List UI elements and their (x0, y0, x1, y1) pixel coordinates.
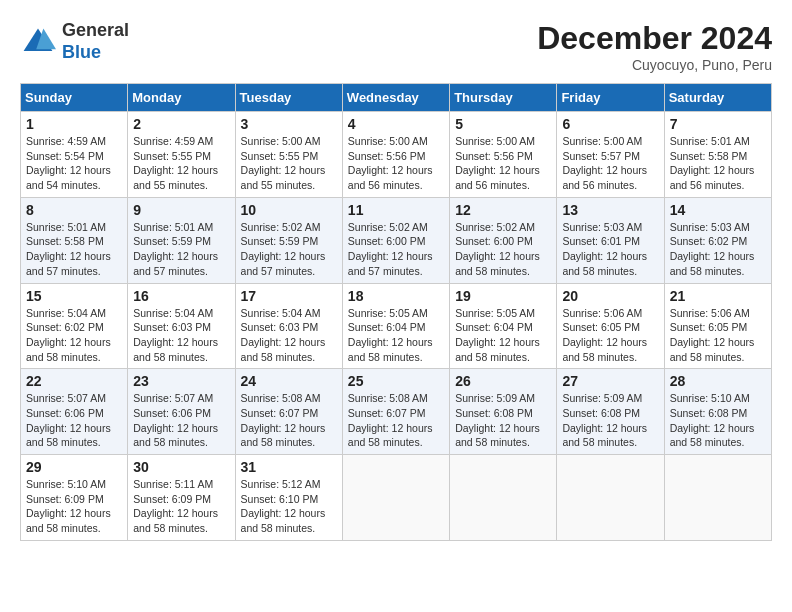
day-number: 6 (562, 116, 658, 132)
calendar-week-row: 15Sunrise: 5:04 AMSunset: 6:02 PMDayligh… (21, 283, 772, 369)
day-number: 16 (133, 288, 229, 304)
day-number: 5 (455, 116, 551, 132)
calendar-cell: 5Sunrise: 5:00 AMSunset: 5:56 PMDaylight… (450, 112, 557, 198)
calendar-cell: 10Sunrise: 5:02 AMSunset: 5:59 PMDayligh… (235, 197, 342, 283)
page-header: General Blue December 2024 Cuyocuyo, Pun… (20, 20, 772, 73)
day-info: Sunrise: 5:01 AMSunset: 5:59 PMDaylight:… (133, 220, 229, 279)
day-info: Sunrise: 5:03 AMSunset: 6:01 PMDaylight:… (562, 220, 658, 279)
day-header-thursday: Thursday (450, 84, 557, 112)
day-number: 13 (562, 202, 658, 218)
day-info: Sunrise: 5:01 AMSunset: 5:58 PMDaylight:… (670, 134, 766, 193)
day-number: 17 (241, 288, 337, 304)
day-number: 18 (348, 288, 444, 304)
day-info: Sunrise: 5:04 AMSunset: 6:03 PMDaylight:… (241, 306, 337, 365)
calendar-cell: 20Sunrise: 5:06 AMSunset: 6:05 PMDayligh… (557, 283, 664, 369)
day-info: Sunrise: 5:10 AMSunset: 6:09 PMDaylight:… (26, 477, 122, 536)
logo-general: General (62, 20, 129, 42)
day-number: 12 (455, 202, 551, 218)
day-number: 8 (26, 202, 122, 218)
day-info: Sunrise: 5:03 AMSunset: 6:02 PMDaylight:… (670, 220, 766, 279)
calendar-cell: 9Sunrise: 5:01 AMSunset: 5:59 PMDaylight… (128, 197, 235, 283)
day-header-monday: Monday (128, 84, 235, 112)
day-info: Sunrise: 5:10 AMSunset: 6:08 PMDaylight:… (670, 391, 766, 450)
day-number: 7 (670, 116, 766, 132)
day-info: Sunrise: 5:04 AMSunset: 6:02 PMDaylight:… (26, 306, 122, 365)
logo-blue: Blue (62, 42, 129, 64)
calendar-cell: 6Sunrise: 5:00 AMSunset: 5:57 PMDaylight… (557, 112, 664, 198)
day-number: 19 (455, 288, 551, 304)
day-number: 23 (133, 373, 229, 389)
calendar-cell: 25Sunrise: 5:08 AMSunset: 6:07 PMDayligh… (342, 369, 449, 455)
day-info: Sunrise: 5:00 AMSunset: 5:56 PMDaylight:… (455, 134, 551, 193)
day-number: 15 (26, 288, 122, 304)
calendar-cell: 14Sunrise: 5:03 AMSunset: 6:02 PMDayligh… (664, 197, 771, 283)
day-info: Sunrise: 5:05 AMSunset: 6:04 PMDaylight:… (348, 306, 444, 365)
day-number: 22 (26, 373, 122, 389)
calendar-cell: 22Sunrise: 5:07 AMSunset: 6:06 PMDayligh… (21, 369, 128, 455)
logo: General Blue (20, 20, 129, 63)
calendar-cell (557, 455, 664, 541)
day-header-saturday: Saturday (664, 84, 771, 112)
calendar-cell: 2Sunrise: 4:59 AMSunset: 5:55 PMDaylight… (128, 112, 235, 198)
calendar-week-row: 22Sunrise: 5:07 AMSunset: 6:06 PMDayligh… (21, 369, 772, 455)
day-number: 24 (241, 373, 337, 389)
calendar-cell: 16Sunrise: 5:04 AMSunset: 6:03 PMDayligh… (128, 283, 235, 369)
calendar-cell: 19Sunrise: 5:05 AMSunset: 6:04 PMDayligh… (450, 283, 557, 369)
location-subtitle: Cuyocuyo, Puno, Peru (537, 57, 772, 73)
calendar-header-row: SundayMondayTuesdayWednesdayThursdayFrid… (21, 84, 772, 112)
day-info: Sunrise: 5:11 AMSunset: 6:09 PMDaylight:… (133, 477, 229, 536)
calendar-week-row: 29Sunrise: 5:10 AMSunset: 6:09 PMDayligh… (21, 455, 772, 541)
day-info: Sunrise: 5:08 AMSunset: 6:07 PMDaylight:… (241, 391, 337, 450)
logo-text: General Blue (62, 20, 129, 63)
day-number: 29 (26, 459, 122, 475)
day-info: Sunrise: 5:00 AMSunset: 5:56 PMDaylight:… (348, 134, 444, 193)
day-number: 9 (133, 202, 229, 218)
calendar-cell (342, 455, 449, 541)
calendar-cell: 3Sunrise: 5:00 AMSunset: 5:55 PMDaylight… (235, 112, 342, 198)
calendar-cell: 30Sunrise: 5:11 AMSunset: 6:09 PMDayligh… (128, 455, 235, 541)
day-info: Sunrise: 5:05 AMSunset: 6:04 PMDaylight:… (455, 306, 551, 365)
day-info: Sunrise: 5:06 AMSunset: 6:05 PMDaylight:… (562, 306, 658, 365)
day-header-tuesday: Tuesday (235, 84, 342, 112)
day-number: 28 (670, 373, 766, 389)
calendar-cell: 21Sunrise: 5:06 AMSunset: 6:05 PMDayligh… (664, 283, 771, 369)
calendar-cell (450, 455, 557, 541)
calendar-cell (664, 455, 771, 541)
day-number: 26 (455, 373, 551, 389)
title-block: December 2024 Cuyocuyo, Puno, Peru (537, 20, 772, 73)
calendar-cell: 28Sunrise: 5:10 AMSunset: 6:08 PMDayligh… (664, 369, 771, 455)
calendar-cell: 17Sunrise: 5:04 AMSunset: 6:03 PMDayligh… (235, 283, 342, 369)
calendar-cell: 26Sunrise: 5:09 AMSunset: 6:08 PMDayligh… (450, 369, 557, 455)
day-header-friday: Friday (557, 84, 664, 112)
day-info: Sunrise: 5:02 AMSunset: 6:00 PMDaylight:… (455, 220, 551, 279)
calendar-cell: 29Sunrise: 5:10 AMSunset: 6:09 PMDayligh… (21, 455, 128, 541)
day-info: Sunrise: 5:01 AMSunset: 5:58 PMDaylight:… (26, 220, 122, 279)
day-info: Sunrise: 5:12 AMSunset: 6:10 PMDaylight:… (241, 477, 337, 536)
day-info: Sunrise: 5:06 AMSunset: 6:05 PMDaylight:… (670, 306, 766, 365)
day-number: 21 (670, 288, 766, 304)
day-info: Sunrise: 5:00 AMSunset: 5:55 PMDaylight:… (241, 134, 337, 193)
calendar-cell: 31Sunrise: 5:12 AMSunset: 6:10 PMDayligh… (235, 455, 342, 541)
calendar-cell: 8Sunrise: 5:01 AMSunset: 5:58 PMDaylight… (21, 197, 128, 283)
calendar-cell: 4Sunrise: 5:00 AMSunset: 5:56 PMDaylight… (342, 112, 449, 198)
calendar-cell: 12Sunrise: 5:02 AMSunset: 6:00 PMDayligh… (450, 197, 557, 283)
day-info: Sunrise: 5:08 AMSunset: 6:07 PMDaylight:… (348, 391, 444, 450)
day-number: 2 (133, 116, 229, 132)
month-title: December 2024 (537, 20, 772, 57)
day-info: Sunrise: 5:02 AMSunset: 5:59 PMDaylight:… (241, 220, 337, 279)
calendar-cell: 24Sunrise: 5:08 AMSunset: 6:07 PMDayligh… (235, 369, 342, 455)
day-number: 20 (562, 288, 658, 304)
day-number: 31 (241, 459, 337, 475)
calendar-week-row: 8Sunrise: 5:01 AMSunset: 5:58 PMDaylight… (21, 197, 772, 283)
calendar-cell: 11Sunrise: 5:02 AMSunset: 6:00 PMDayligh… (342, 197, 449, 283)
day-number: 10 (241, 202, 337, 218)
logo-icon (20, 24, 56, 60)
day-info: Sunrise: 4:59 AMSunset: 5:54 PMDaylight:… (26, 134, 122, 193)
day-info: Sunrise: 5:07 AMSunset: 6:06 PMDaylight:… (26, 391, 122, 450)
day-info: Sunrise: 5:00 AMSunset: 5:57 PMDaylight:… (562, 134, 658, 193)
day-info: Sunrise: 5:07 AMSunset: 6:06 PMDaylight:… (133, 391, 229, 450)
day-number: 11 (348, 202, 444, 218)
day-info: Sunrise: 5:09 AMSunset: 6:08 PMDaylight:… (455, 391, 551, 450)
day-header-wednesday: Wednesday (342, 84, 449, 112)
day-number: 25 (348, 373, 444, 389)
